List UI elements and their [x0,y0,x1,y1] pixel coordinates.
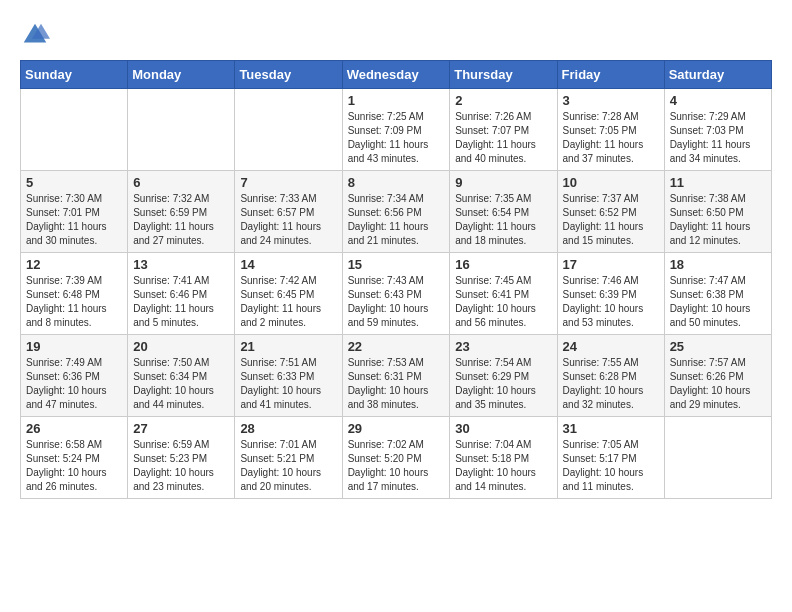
calendar-cell: 28Sunrise: 7:01 AM Sunset: 5:21 PM Dayli… [235,417,342,499]
calendar-cell: 14Sunrise: 7:42 AM Sunset: 6:45 PM Dayli… [235,253,342,335]
cell-content: Sunrise: 7:57 AM Sunset: 6:26 PM Dayligh… [670,356,766,412]
cell-content: Sunrise: 7:37 AM Sunset: 6:52 PM Dayligh… [563,192,659,248]
column-header-thursday: Thursday [450,61,557,89]
cell-content: Sunrise: 7:45 AM Sunset: 6:41 PM Dayligh… [455,274,551,330]
cell-content: Sunrise: 7:25 AM Sunset: 7:09 PM Dayligh… [348,110,445,166]
column-header-saturday: Saturday [664,61,771,89]
calendar-cell: 3Sunrise: 7:28 AM Sunset: 7:05 PM Daylig… [557,89,664,171]
cell-content: Sunrise: 7:26 AM Sunset: 7:07 PM Dayligh… [455,110,551,166]
calendar-table: SundayMondayTuesdayWednesdayThursdayFrid… [20,60,772,499]
cell-content: Sunrise: 7:34 AM Sunset: 6:56 PM Dayligh… [348,192,445,248]
calendar-cell: 5Sunrise: 7:30 AM Sunset: 7:01 PM Daylig… [21,171,128,253]
day-number: 19 [26,339,122,354]
day-number: 30 [455,421,551,436]
calendar-cell: 13Sunrise: 7:41 AM Sunset: 6:46 PM Dayli… [128,253,235,335]
cell-content: Sunrise: 7:47 AM Sunset: 6:38 PM Dayligh… [670,274,766,330]
day-number: 1 [348,93,445,108]
day-number: 28 [240,421,336,436]
cell-content: Sunrise: 7:55 AM Sunset: 6:28 PM Dayligh… [563,356,659,412]
day-number: 31 [563,421,659,436]
calendar-week-row: 5Sunrise: 7:30 AM Sunset: 7:01 PM Daylig… [21,171,772,253]
logo [20,20,52,50]
cell-content: Sunrise: 6:58 AM Sunset: 5:24 PM Dayligh… [26,438,122,494]
calendar-cell: 8Sunrise: 7:34 AM Sunset: 6:56 PM Daylig… [342,171,450,253]
calendar-cell: 21Sunrise: 7:51 AM Sunset: 6:33 PM Dayli… [235,335,342,417]
calendar-cell: 10Sunrise: 7:37 AM Sunset: 6:52 PM Dayli… [557,171,664,253]
calendar-cell: 29Sunrise: 7:02 AM Sunset: 5:20 PM Dayli… [342,417,450,499]
calendar-cell: 24Sunrise: 7:55 AM Sunset: 6:28 PM Dayli… [557,335,664,417]
cell-content: Sunrise: 7:39 AM Sunset: 6:48 PM Dayligh… [26,274,122,330]
calendar-cell: 11Sunrise: 7:38 AM Sunset: 6:50 PM Dayli… [664,171,771,253]
calendar-week-row: 12Sunrise: 7:39 AM Sunset: 6:48 PM Dayli… [21,253,772,335]
calendar-cell: 30Sunrise: 7:04 AM Sunset: 5:18 PM Dayli… [450,417,557,499]
logo-icon [20,20,50,50]
calendar-cell: 12Sunrise: 7:39 AM Sunset: 6:48 PM Dayli… [21,253,128,335]
page-header [20,20,772,50]
cell-content: Sunrise: 7:28 AM Sunset: 7:05 PM Dayligh… [563,110,659,166]
column-header-friday: Friday [557,61,664,89]
column-header-tuesday: Tuesday [235,61,342,89]
calendar-cell: 31Sunrise: 7:05 AM Sunset: 5:17 PM Dayli… [557,417,664,499]
calendar-cell: 9Sunrise: 7:35 AM Sunset: 6:54 PM Daylig… [450,171,557,253]
cell-content: Sunrise: 7:01 AM Sunset: 5:21 PM Dayligh… [240,438,336,494]
calendar-cell: 16Sunrise: 7:45 AM Sunset: 6:41 PM Dayli… [450,253,557,335]
cell-content: Sunrise: 7:32 AM Sunset: 6:59 PM Dayligh… [133,192,229,248]
calendar-week-row: 26Sunrise: 6:58 AM Sunset: 5:24 PM Dayli… [21,417,772,499]
cell-content: Sunrise: 7:30 AM Sunset: 7:01 PM Dayligh… [26,192,122,248]
day-number: 20 [133,339,229,354]
day-number: 16 [455,257,551,272]
calendar-cell: 6Sunrise: 7:32 AM Sunset: 6:59 PM Daylig… [128,171,235,253]
day-number: 4 [670,93,766,108]
day-number: 23 [455,339,551,354]
day-number: 26 [26,421,122,436]
calendar-header-row: SundayMondayTuesdayWednesdayThursdayFrid… [21,61,772,89]
day-number: 10 [563,175,659,190]
calendar-cell: 15Sunrise: 7:43 AM Sunset: 6:43 PM Dayli… [342,253,450,335]
cell-content: Sunrise: 6:59 AM Sunset: 5:23 PM Dayligh… [133,438,229,494]
column-header-monday: Monday [128,61,235,89]
cell-content: Sunrise: 7:41 AM Sunset: 6:46 PM Dayligh… [133,274,229,330]
day-number: 12 [26,257,122,272]
cell-content: Sunrise: 7:49 AM Sunset: 6:36 PM Dayligh… [26,356,122,412]
cell-content: Sunrise: 7:35 AM Sunset: 6:54 PM Dayligh… [455,192,551,248]
calendar-week-row: 19Sunrise: 7:49 AM Sunset: 6:36 PM Dayli… [21,335,772,417]
calendar-cell: 27Sunrise: 6:59 AM Sunset: 5:23 PM Dayli… [128,417,235,499]
day-number: 22 [348,339,445,354]
calendar-cell: 20Sunrise: 7:50 AM Sunset: 6:34 PM Dayli… [128,335,235,417]
cell-content: Sunrise: 7:51 AM Sunset: 6:33 PM Dayligh… [240,356,336,412]
calendar-cell [235,89,342,171]
day-number: 24 [563,339,659,354]
day-number: 5 [26,175,122,190]
day-number: 29 [348,421,445,436]
calendar-cell [21,89,128,171]
day-number: 25 [670,339,766,354]
column-header-wednesday: Wednesday [342,61,450,89]
day-number: 21 [240,339,336,354]
calendar-cell: 18Sunrise: 7:47 AM Sunset: 6:38 PM Dayli… [664,253,771,335]
calendar-cell: 19Sunrise: 7:49 AM Sunset: 6:36 PM Dayli… [21,335,128,417]
day-number: 13 [133,257,229,272]
day-number: 18 [670,257,766,272]
calendar-cell: 22Sunrise: 7:53 AM Sunset: 6:31 PM Dayli… [342,335,450,417]
calendar-cell: 23Sunrise: 7:54 AM Sunset: 6:29 PM Dayli… [450,335,557,417]
day-number: 8 [348,175,445,190]
cell-content: Sunrise: 7:53 AM Sunset: 6:31 PM Dayligh… [348,356,445,412]
day-number: 6 [133,175,229,190]
day-number: 15 [348,257,445,272]
calendar-cell: 17Sunrise: 7:46 AM Sunset: 6:39 PM Dayli… [557,253,664,335]
calendar-week-row: 1Sunrise: 7:25 AM Sunset: 7:09 PM Daylig… [21,89,772,171]
day-number: 17 [563,257,659,272]
day-number: 3 [563,93,659,108]
day-number: 14 [240,257,336,272]
cell-content: Sunrise: 7:42 AM Sunset: 6:45 PM Dayligh… [240,274,336,330]
day-number: 7 [240,175,336,190]
cell-content: Sunrise: 7:29 AM Sunset: 7:03 PM Dayligh… [670,110,766,166]
calendar-cell: 26Sunrise: 6:58 AM Sunset: 5:24 PM Dayli… [21,417,128,499]
cell-content: Sunrise: 7:04 AM Sunset: 5:18 PM Dayligh… [455,438,551,494]
calendar-cell [128,89,235,171]
day-number: 27 [133,421,229,436]
cell-content: Sunrise: 7:02 AM Sunset: 5:20 PM Dayligh… [348,438,445,494]
calendar-cell: 7Sunrise: 7:33 AM Sunset: 6:57 PM Daylig… [235,171,342,253]
calendar-cell: 4Sunrise: 7:29 AM Sunset: 7:03 PM Daylig… [664,89,771,171]
column-header-sunday: Sunday [21,61,128,89]
